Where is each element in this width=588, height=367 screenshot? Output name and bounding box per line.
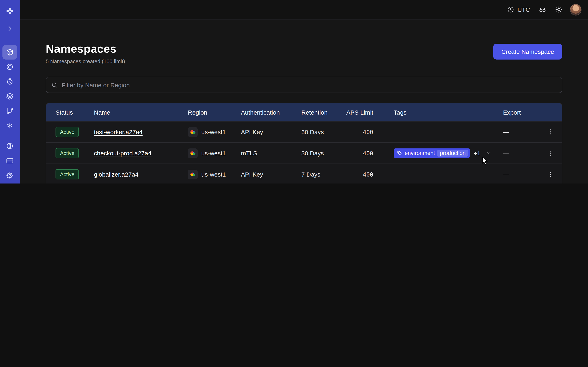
tag-more-count: +1: [474, 150, 480, 156]
target-icon: [6, 63, 14, 71]
globe-icon: [6, 142, 14, 150]
col-tags: Tags: [394, 109, 503, 116]
sun-icon: [555, 6, 562, 13]
search-icon: [51, 81, 58, 88]
gcp-icon: [188, 127, 198, 137]
sidebar-item-billing-card[interactable]: [2, 153, 17, 168]
tag-value: production: [438, 150, 468, 157]
main-content: Namespaces 5 Namespaces created (100 lim…: [20, 20, 588, 184]
sidebar-item-workflows[interactable]: [2, 104, 17, 118]
user-avatar[interactable]: [570, 4, 581, 15]
kebab-icon: [547, 171, 554, 178]
gcp-icon: [188, 169, 198, 179]
col-export: Export: [503, 109, 545, 116]
layers-icon: [6, 92, 14, 100]
chevron-right-icon: [6, 25, 14, 33]
glasses-icon: [538, 6, 546, 13]
sidebar-item-schedules[interactable]: [2, 74, 17, 89]
region-label: us-west1: [201, 128, 226, 135]
clock-icon: [507, 6, 515, 13]
timezone-label: UTC: [517, 6, 530, 13]
namespaces-table: Status Name Region Authentication Retent…: [46, 103, 562, 184]
region-cell: us-west1: [188, 148, 241, 158]
row-menu-button[interactable]: [545, 126, 556, 138]
gear-icon: [6, 171, 14, 179]
table-row: Active checkout-prod.a27a4 us-west1 mTLS…: [46, 142, 562, 164]
namespace-link[interactable]: globalizer.a27a4: [94, 171, 139, 178]
app-root: 2.35.1 UTC Namespaces 5 Namespaces creat…: [0, 0, 588, 184]
col-status: Status: [56, 109, 94, 116]
namespace-link[interactable]: checkout-prod.a27a4: [94, 150, 151, 157]
asterisk-icon: [6, 122, 14, 130]
aps-limit-cell: 400: [346, 171, 394, 178]
tags-expand-button[interactable]: [484, 149, 493, 158]
retention-cell: 30 Days: [301, 128, 346, 135]
region-cell: us-west1: [188, 169, 241, 179]
topbar: UTC: [20, 0, 588, 20]
retention-cell: 30 Days: [301, 150, 346, 157]
sidebar-nav-secondary: [2, 139, 17, 183]
row-menu-button[interactable]: [545, 147, 556, 159]
region-cell: us-west1: [188, 127, 241, 137]
export-cell: —: [503, 150, 545, 157]
auth-cell: API Key: [241, 128, 301, 135]
sidebar-item-target[interactable]: [2, 59, 17, 74]
chevron-down-icon: [485, 150, 492, 156]
content-column: UTC Namespaces 5 Namespaces created (100…: [20, 0, 588, 184]
sidebar: 2.35.1: [0, 0, 20, 184]
export-cell: —: [503, 128, 545, 135]
auth-cell: API Key: [241, 171, 301, 178]
tag-pill[interactable]: environment production: [394, 149, 470, 158]
kebab-icon: [547, 128, 554, 135]
retention-cell: 7 Days: [301, 171, 346, 178]
temporal-logo-icon[interactable]: [2, 4, 17, 19]
region-label: us-west1: [201, 171, 226, 178]
sidebar-nav-primary: [2, 45, 17, 133]
auth-cell: mTLS: [241, 150, 301, 157]
timezone-button[interactable]: UTC: [504, 3, 532, 16]
region-label: us-west1: [201, 150, 226, 157]
filter-input[interactable]: [62, 81, 557, 88]
tag-icon: [397, 150, 402, 156]
stopwatch-icon: [6, 77, 14, 86]
page-header: Namespaces 5 Namespaces created (100 lim…: [46, 42, 562, 64]
col-authentication: Authentication: [241, 109, 301, 116]
sidebar-item-namespaces[interactable]: [2, 45, 17, 59]
create-namespace-button[interactable]: Create Namespace: [493, 44, 562, 59]
branch-icon: [6, 107, 14, 115]
export-cell: —: [503, 171, 545, 178]
aps-limit-cell: 400: [346, 150, 394, 156]
row-menu-button[interactable]: [545, 169, 556, 180]
col-name: Name: [94, 109, 188, 116]
kebab-icon: [547, 150, 554, 157]
table-header-row: Status Name Region Authentication Retent…: [46, 103, 562, 121]
status-badge: Active: [56, 148, 79, 158]
sidebar-item-nexus[interactable]: [2, 118, 17, 133]
col-aps-limit: APS Limit: [346, 109, 394, 116]
sidebar-expand-button[interactable]: [2, 21, 17, 36]
tag-key: environment: [405, 150, 435, 156]
table-row: Active globalizer.a27a4 us-west1 API Key…: [46, 164, 562, 184]
tags-cell: environment production +1: [394, 149, 503, 158]
status-badge: Active: [56, 127, 79, 137]
col-region: Region: [188, 109, 241, 116]
sidebar-item-globe[interactable]: [2, 139, 17, 153]
reader-mode-button[interactable]: [536, 3, 549, 16]
cube-icon: [6, 48, 14, 56]
sidebar-item-layers[interactable]: [2, 89, 17, 104]
gcp-icon: [188, 148, 198, 158]
filter-searchbox[interactable]: [46, 77, 562, 93]
namespace-link[interactable]: test-worker.a27a4: [94, 128, 143, 135]
sidebar-item-settings[interactable]: [2, 168, 17, 183]
page-subtitle: 5 Namespaces created (100 limit): [46, 58, 125, 64]
credit-card-icon: [6, 157, 14, 165]
theme-toggle-button[interactable]: [552, 3, 565, 16]
status-badge: Active: [56, 169, 79, 180]
page-title: Namespaces: [46, 42, 125, 55]
table-row: Active test-worker.a27a4 us-west1 API Ke…: [46, 121, 562, 142]
col-retention: Retention: [301, 109, 346, 116]
aps-limit-cell: 400: [346, 129, 394, 135]
